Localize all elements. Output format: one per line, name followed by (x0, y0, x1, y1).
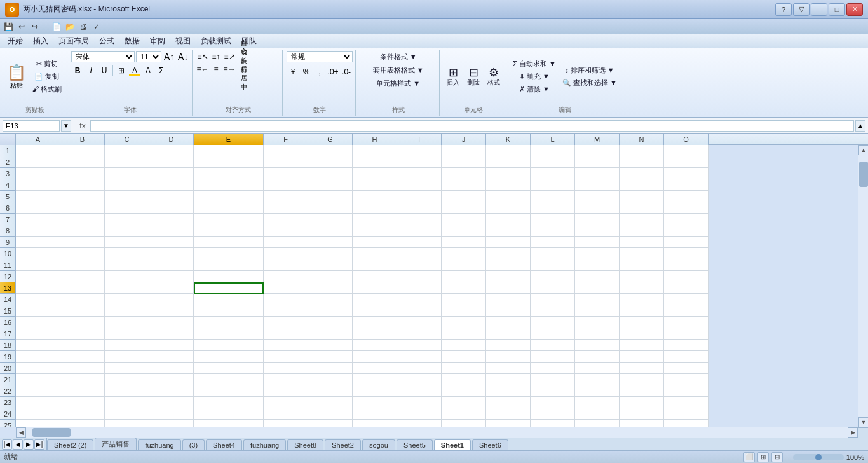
row-header-9[interactable]: 9 (0, 237, 15, 248)
align-top-center-button[interactable]: ≡↑ (210, 51, 222, 62)
thousands-button[interactable]: , (313, 66, 326, 78)
cell-N22[interactable] (620, 385, 664, 397)
cell-N24[interactable] (620, 408, 664, 420)
cell-D4[interactable] (149, 179, 194, 191)
cell-M11[interactable] (575, 259, 620, 271)
cell-M2[interactable] (575, 156, 620, 168)
cell-M7[interactable] (575, 214, 620, 225)
cell-A12[interactable] (16, 271, 60, 282)
cell-K14[interactable] (486, 294, 531, 305)
cell-K9[interactable] (486, 237, 531, 248)
cell-M21[interactable] (575, 374, 620, 385)
cell-J6[interactable] (442, 202, 486, 214)
cell-B25[interactable] (60, 420, 105, 427)
cell-N14[interactable] (620, 294, 664, 305)
cell-A6[interactable] (16, 202, 60, 214)
cell-B21[interactable] (60, 374, 105, 385)
cell-O24[interactable] (664, 408, 709, 420)
cell-J21[interactable] (442, 374, 486, 385)
cell-O9[interactable] (664, 237, 709, 248)
cell-O14[interactable] (664, 294, 709, 305)
cell-I8[interactable] (397, 225, 442, 237)
cell-K23[interactable] (486, 397, 531, 408)
cell-A9[interactable] (16, 237, 60, 248)
cell-J1[interactable] (442, 145, 486, 156)
ribbon-toggle[interactable]: ▽ (793, 3, 810, 16)
cell-D2[interactable] (149, 156, 194, 168)
cell-K11[interactable] (486, 259, 531, 271)
cell-L9[interactable] (531, 237, 575, 248)
row-header-25[interactable]: 25 (0, 420, 15, 427)
cell-A18[interactable] (16, 340, 60, 351)
cell-K12[interactable] (486, 271, 531, 282)
cell-K20[interactable] (486, 363, 531, 374)
cell-D12[interactable] (149, 271, 194, 282)
cell-O1[interactable] (664, 145, 709, 156)
cell-E19[interactable] (194, 351, 264, 363)
row-header-24[interactable]: 24 (0, 408, 15, 420)
cell-F21[interactable] (264, 374, 308, 385)
row-header-14[interactable]: 14 (0, 294, 15, 305)
select-all-corner[interactable] (0, 134, 16, 145)
paste-button[interactable]: 📋 粘贴 (5, 62, 28, 92)
cell-J13[interactable] (442, 282, 486, 294)
name-box-dropdown[interactable]: ▼ (61, 120, 71, 132)
cell-O3[interactable] (664, 168, 709, 179)
column-header-C[interactable]: C (105, 134, 149, 145)
cell-M6[interactable] (575, 202, 620, 214)
cell-H17[interactable] (353, 328, 397, 340)
percent-button[interactable]: % (300, 66, 313, 78)
cell-styles-button[interactable]: 单元格样式 ▼ (374, 78, 423, 90)
cell-N7[interactable] (620, 214, 664, 225)
cell-J14[interactable] (442, 294, 486, 305)
cell-H3[interactable] (353, 168, 397, 179)
merge-center-button[interactable]: 合并后居中 (240, 64, 253, 75)
cell-J11[interactable] (442, 259, 486, 271)
menu-layout[interactable]: 页面布局 (53, 34, 94, 48)
cell-A23[interactable] (16, 397, 60, 408)
cell-M3[interactable] (575, 168, 620, 179)
cell-F13[interactable] (264, 282, 308, 294)
clear-button[interactable]: ✗ 清除 ▼ (510, 83, 559, 95)
cut-button[interactable]: ✂ 剪切 (29, 58, 64, 70)
save-button[interactable]: 💾 (3, 21, 14, 32)
cell-C17[interactable] (105, 328, 149, 340)
cell-I21[interactable] (397, 374, 442, 385)
cell-L18[interactable] (531, 340, 575, 351)
cell-L8[interactable] (531, 225, 575, 237)
menu-review[interactable]: 审阅 (145, 34, 170, 48)
column-header-D[interactable]: D (149, 134, 194, 145)
underline-button[interactable]: U (98, 65, 111, 76)
cell-D24[interactable] (149, 408, 194, 420)
restore-button[interactable]: □ (829, 3, 845, 16)
cell-H24[interactable] (353, 408, 397, 420)
row-header-15[interactable]: 15 (0, 305, 15, 317)
cell-B18[interactable] (60, 340, 105, 351)
help-button[interactable]: ? (775, 3, 792, 16)
cell-I9[interactable] (397, 237, 442, 248)
cell-L7[interactable] (531, 214, 575, 225)
cell-M5[interactable] (575, 191, 620, 202)
cell-O25[interactable] (664, 420, 709, 427)
cell-F17[interactable] (264, 328, 308, 340)
next-tab-button[interactable]: ▶ (24, 439, 34, 450)
cell-L12[interactable] (531, 271, 575, 282)
scroll-down-button[interactable]: ▼ (858, 417, 868, 427)
cell-E18[interactable] (194, 340, 264, 351)
cell-L4[interactable] (531, 179, 575, 191)
cell-J8[interactable] (442, 225, 486, 237)
cell-A10[interactable] (16, 248, 60, 259)
cell-J3[interactable] (442, 168, 486, 179)
conditional-format-button[interactable]: 条件格式 ▼ (377, 51, 419, 63)
cell-D13[interactable] (149, 282, 194, 294)
cell-D15[interactable] (149, 305, 194, 317)
scroll-left-button[interactable]: ◀ (16, 427, 26, 438)
row-header-1[interactable]: 1 (0, 145, 15, 156)
first-tab-button[interactable]: |◀ (2, 439, 12, 450)
cell-H4[interactable] (353, 179, 397, 191)
cell-L25[interactable] (531, 420, 575, 427)
spellcheck-button[interactable]: ✓ (91, 21, 102, 32)
cell-F16[interactable] (264, 317, 308, 328)
row-header-2[interactable]: 2 (0, 156, 15, 168)
cell-C18[interactable] (105, 340, 149, 351)
